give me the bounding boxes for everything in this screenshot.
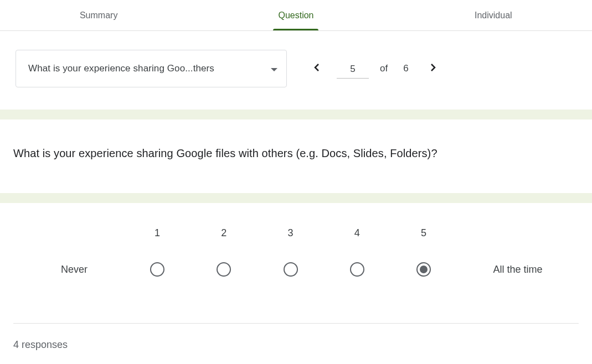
- response-card: . 1 2 3 4 5 . Never All the time 4 respo…: [0, 203, 592, 364]
- scale-option-2: [191, 262, 257, 277]
- caret-down-icon: [271, 64, 277, 74]
- tab-label: Summary: [80, 11, 117, 20]
- question-dropdown[interactable]: What is your experience sharing Goo...th…: [16, 50, 287, 87]
- linear-scale: . 1 2 3 4 5 . Never All the time: [0, 203, 592, 293]
- section-gap: [0, 193, 592, 203]
- question-text: What is your experience sharing Google f…: [0, 119, 592, 193]
- chevron-right-icon: [429, 64, 437, 74]
- question-selector-row: What is your experience sharing Goo...th…: [0, 31, 592, 110]
- question-dropdown-label: What is your experience sharing Goo...th…: [28, 63, 271, 74]
- tab-summary[interactable]: Summary: [0, 0, 197, 30]
- question-card: What is your experience sharing Google f…: [0, 119, 592, 193]
- question-pager: 5 of 6: [303, 55, 446, 82]
- tab-label: Question: [278, 11, 313, 20]
- scale-number: 1: [124, 227, 191, 239]
- scale-option-3: [257, 262, 323, 277]
- chevron-left-icon: [313, 64, 321, 74]
- scale-number: 4: [324, 227, 390, 239]
- scale-option-1: [124, 262, 191, 277]
- scale-option-4: [324, 262, 390, 277]
- next-question-button[interactable]: [420, 55, 446, 82]
- responses-count: 4 responses: [0, 324, 592, 364]
- scale-number: 3: [257, 227, 323, 239]
- radio-icon: [350, 262, 364, 277]
- scale-right-label: All the time: [457, 264, 579, 275]
- prev-question-button[interactable]: [303, 55, 330, 82]
- radio-selected-icon: [416, 262, 431, 277]
- response-view-tabs: Summary Question Individual: [0, 0, 592, 31]
- scale-number: 5: [390, 227, 457, 239]
- scale-option-5: [390, 262, 457, 277]
- tab-question[interactable]: Question: [197, 0, 394, 30]
- scale-left-label: Never: [13, 264, 124, 275]
- section-gap: [0, 110, 592, 119]
- radio-icon: [150, 262, 164, 277]
- scale-number: 2: [191, 227, 257, 239]
- tab-label: Individual: [475, 11, 512, 20]
- scale-header-row: . 1 2 3 4 5 .: [13, 227, 579, 239]
- radio-icon: [284, 262, 298, 277]
- pager-of-label: of: [375, 63, 392, 74]
- radio-icon: [217, 262, 231, 277]
- pager-current-input[interactable]: 5: [337, 59, 369, 79]
- tab-individual[interactable]: Individual: [395, 0, 592, 30]
- scale-radio-row: Never All the time: [13, 262, 579, 277]
- pager-total: 6: [399, 63, 413, 74]
